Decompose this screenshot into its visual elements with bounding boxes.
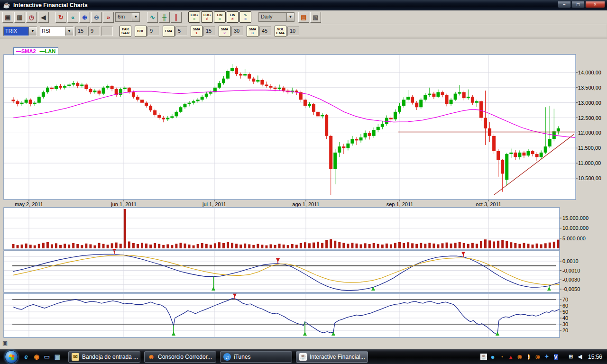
mail-icon: ✉ [72,353,79,361]
taskbar-button-2[interactable]: ◉Consorcio Corredor... [144,351,216,363]
system-tray: ☕☻◔▲◉!◎✦V⊞◀15:56 [480,353,607,361]
svg-text:-0,0010: -0,0010 [562,268,580,273]
chart-legend: —SMA2—LAN [13,47,58,55]
svg-text:12.500,00: 12.500,00 [578,115,601,121]
tools-icon: ✦ [544,354,549,360]
taskbar-button-label: Bandeja de entrada ... [82,354,138,360]
legend-item-sma2: —SMA2 [16,48,36,54]
rsi-group: 706050403020 [4,293,568,337]
itunes-icon: ♫ [223,353,231,361]
badge-icon: ◎ [535,354,540,360]
alert-icon: ! [528,354,530,360]
svg-text:20: 20 [562,328,568,333]
user-icon[interactable]: ☻ [489,353,497,361]
quick-launch: e◉▭▣ [22,353,62,361]
taskbar-button-label: iTunes [234,354,251,360]
svg-text:60: 60 [562,303,568,309]
java-icon: ☕ [480,354,487,360]
firefox-quicklaunch[interactable]: ◉ [32,353,41,361]
svg-text:12.000,00: 12.000,00 [578,130,601,136]
svg-text:11.000,00: 11.000,00 [578,160,601,166]
firefox-icon: ◉ [147,353,155,361]
taskbar-button-4[interactable]: ☕Interactive Financial... [296,351,368,363]
trix-group: 0,0010-0,0010-0,0030-0,0050 [4,249,580,292]
svg-text:10.000.000: 10.000.000 [562,225,589,231]
volume-y-axis: 15.000.00010.000.0005.000.000 [560,215,589,241]
svg-text:30: 30 [562,321,568,327]
volume-group: 15.000.00010.000.0005.000.000 [4,208,589,250]
tools-icon[interactable]: ✦ [543,353,551,361]
svg-text:-0,0030: -0,0030 [562,277,580,282]
pdf-icon[interactable]: ▲ [507,353,515,361]
chart-layer: may 2, 2011jun 1, 2011jul 1, 2011ago 1, … [0,0,607,349]
network-icon: ⊞ [569,354,573,360]
taskbar-button-1[interactable]: ✉Bandeja de entrada ... [68,351,140,363]
svg-text:jul 1, 2011: jul 1, 2011 [202,201,226,207]
main-chart-group: may 2, 2011jun 1, 2011jul 1, 2011ago 1, … [4,55,601,207]
svg-text:40: 40 [562,315,568,321]
svg-text:15.000.000: 15.000.000 [562,215,589,221]
display-quicklaunch[interactable]: ▣ [53,353,62,361]
show-desktop-quicklaunch[interactable]: ▭ [43,353,51,361]
main-chart-y-axis: 14.000,0013.500,0013.000,0012.500,0012.0… [576,70,601,181]
pdf-icon: ▲ [508,354,514,360]
volume-panel[interactable] [4,208,560,250]
trix-y-axis: 0,0010-0,0010-0,0030-0,0050 [560,258,580,292]
svg-text:13.500,00: 13.500,00 [578,85,601,91]
display-icon: ▣ [55,353,60,360]
taskbar-buttons: ✉Bandeja de entrada ...◉Consorcio Corred… [68,351,368,363]
volume-icon[interactable]: ◀ [576,353,584,361]
user-icon: ☻ [490,354,496,360]
ie-icon: e [24,353,28,360]
taskbar-clock[interactable]: 15:56 [588,354,602,360]
badge-icon[interactable]: ◎ [534,353,542,361]
clock-icon[interactable]: ◔ [498,353,506,361]
rsi-y-axis: 706050403020 [560,297,568,333]
globe-icon[interactable]: ◉ [516,353,524,361]
firefox-icon: ◉ [34,353,39,360]
svg-text:sep 1, 2011: sep 1, 2011 [386,201,414,207]
globe-icon: ◉ [517,354,522,360]
clock-icon: ◔ [500,354,504,360]
status-icon[interactable]: ▣ [2,340,10,347]
svg-text:ago 1, 2011: ago 1, 2011 [292,201,319,207]
network-icon[interactable]: ⊞ [567,353,575,361]
start-button[interactable] [5,350,18,364]
show-desktop-icon: ▭ [44,353,50,360]
svg-text:may 2, 2011: may 2, 2011 [15,201,43,207]
trix-panel[interactable] [4,251,560,292]
taskbar-button-3[interactable]: ♫iTunes [220,351,292,363]
svg-text:-0,0050: -0,0050 [562,286,580,292]
windows-logo-icon [9,354,15,360]
shield-icon: V [554,354,557,360]
ie-quicklaunch[interactable]: e [22,353,30,361]
svg-text:5.000.000: 5.000.000 [562,236,586,241]
svg-text:13.000,00: 13.000,00 [578,100,601,106]
alert-icon[interactable]: ! [525,353,533,361]
java-icon: ☕ [299,353,307,361]
shield-icon[interactable]: V [552,353,560,361]
main-chart-panel[interactable] [4,55,576,200]
java-icon[interactable]: ☕ [480,353,487,361]
svg-text:70: 70 [562,297,568,302]
svg-text:50: 50 [562,309,568,315]
taskbar-button-label: Interactive Financial... [310,354,365,360]
svg-text:11.500,00: 11.500,00 [578,145,601,151]
volume-icon: ◀ [578,354,582,360]
date-axis: may 2, 2011jun 1, 2011jul 1, 2011ago 1, … [15,200,501,207]
svg-text:0,0010: 0,0010 [562,258,579,264]
svg-text:10.500,00: 10.500,00 [578,175,601,181]
legend-item-lan: —LAN [40,48,56,54]
svg-text:jun 1, 2011: jun 1, 2011 [110,201,137,207]
taskbar: e◉▭▣ ✉Bandeja de entrada ...◉Consorcio C… [0,349,607,364]
svg-text:oct 3, 2011: oct 3, 2011 [476,201,501,207]
app-window: ☕ Interactive Financial Charts −□× ▣▥◷◀↻… [0,0,607,349]
taskbar-button-label: Consorcio Corredor... [158,354,212,360]
svg-text:14.000,00: 14.000,00 [578,70,601,75]
